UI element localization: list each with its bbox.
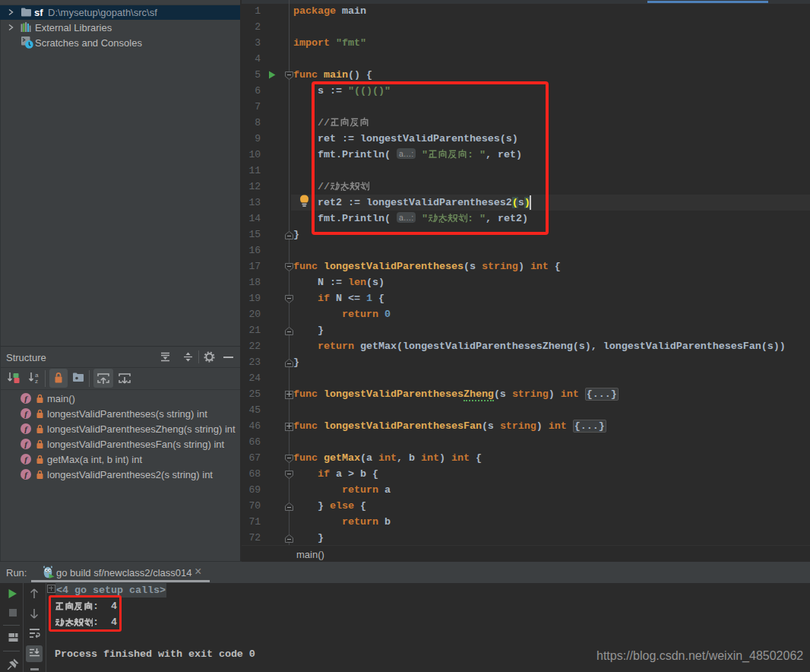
svg-text:z: z [35, 378, 38, 385]
